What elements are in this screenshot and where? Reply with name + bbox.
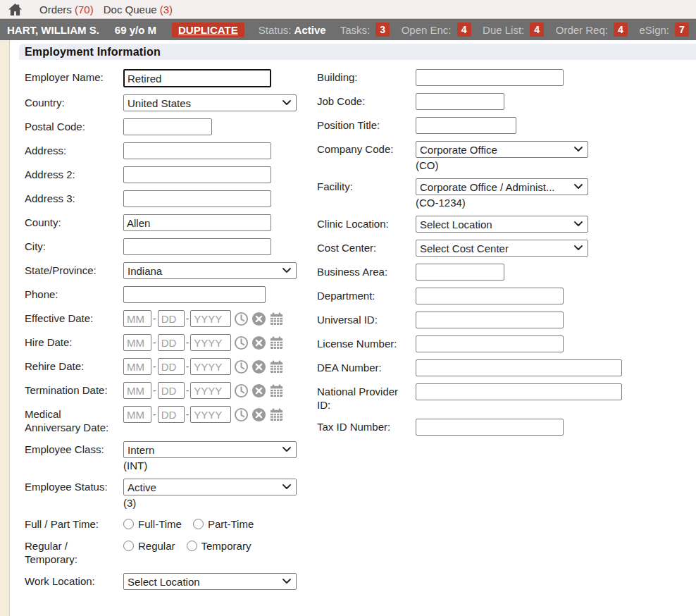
work-location-label: Work Location:: [25, 573, 123, 588]
dea-number-input[interactable]: [416, 359, 622, 376]
home-icon: [8, 3, 23, 16]
address2-input[interactable]: [123, 166, 271, 183]
field-address: Address:: [25, 142, 317, 159]
medical-anniversary-day-input[interactable]: [158, 406, 185, 423]
country-select[interactable]: United States: [123, 94, 297, 111]
clear-icon[interactable]: [251, 311, 266, 326]
order-req-label: Order Req:: [556, 24, 608, 36]
field-address3: Address 3:: [25, 190, 317, 207]
building-input[interactable]: [416, 69, 564, 86]
position-title-input[interactable]: [416, 117, 516, 134]
orders-link-label: Orders: [39, 4, 75, 16]
date-separator: -: [153, 409, 156, 420]
time-icon[interactable]: [233, 407, 249, 422]
calendar-icon[interactable]: [268, 311, 284, 326]
time-icon[interactable]: [233, 311, 249, 326]
full-time-radio[interactable]: [123, 519, 134, 529]
cost-center-select[interactable]: Select Cost Center: [416, 240, 588, 257]
job-code-input[interactable]: [416, 93, 504, 110]
form-column-right: Building: Job Code: Position Title: Comp…: [317, 69, 696, 597]
due-list-badge[interactable]: 4: [530, 23, 544, 37]
field-license-number: License Number:: [317, 335, 696, 352]
employer-name-input[interactable]: [123, 69, 271, 87]
effective-date-month-input[interactable]: [123, 310, 151, 327]
effective-date-day-input[interactable]: [158, 310, 185, 327]
esign-badge[interactable]: 7: [675, 23, 689, 37]
field-state-province: State/Province: Indiana: [25, 262, 317, 279]
employer-name-label: Employer Name:: [25, 69, 123, 84]
part-time-radio[interactable]: [193, 519, 204, 529]
regular-radio[interactable]: [123, 541, 134, 551]
business-area-input[interactable]: [416, 264, 504, 281]
field-full-part-time: Full / Part Time: Full-Time Part-Time: [25, 516, 317, 531]
counter-open-enc: Open Enc: 4: [402, 23, 471, 37]
employee-status-select[interactable]: Active: [123, 479, 297, 495]
field-medical-anniversary-date: Medical Anniversary Date: --: [25, 406, 317, 434]
medical-anniversary-year-input[interactable]: [190, 406, 231, 423]
time-icon[interactable]: [233, 335, 249, 350]
phone-input[interactable]: [123, 286, 266, 303]
license-number-input[interactable]: [416, 335, 564, 352]
rehire-date-year-input[interactable]: [190, 358, 231, 375]
calendar-icon[interactable]: [268, 335, 284, 350]
tax-id-number-input[interactable]: [416, 419, 564, 436]
field-department: Department:: [317, 288, 696, 304]
address3-input[interactable]: [123, 190, 271, 207]
county-input[interactable]: [123, 214, 271, 231]
clear-icon[interactable]: [251, 383, 266, 398]
top-navigation-bar: Orders (70) Doc Queue (3): [0, 0, 696, 19]
termination-date-day-input[interactable]: [158, 382, 185, 399]
open-enc-badge[interactable]: 4: [457, 23, 471, 37]
termination-date-month-input[interactable]: [123, 382, 151, 399]
rehire-date-day-input[interactable]: [158, 358, 185, 375]
state-province-select[interactable]: Indiana: [123, 262, 297, 279]
date-separator: -: [153, 313, 156, 324]
company-code-select[interactable]: Corporate Office: [416, 141, 588, 158]
order-req-badge[interactable]: 4: [614, 23, 628, 37]
facility-label: Facility:: [317, 178, 416, 193]
temporary-option-label: Temporary: [201, 540, 251, 552]
field-address2: Address 2:: [25, 166, 317, 183]
rehire-date-label: Rehire Date:: [25, 358, 123, 373]
hire-date-month-input[interactable]: [123, 334, 151, 351]
clear-icon[interactable]: [251, 335, 266, 350]
national-provider-id-label: National Provider ID:: [317, 383, 416, 412]
hire-date-day-input[interactable]: [158, 334, 185, 351]
home-button[interactable]: [7, 2, 23, 16]
tasks-badge[interactable]: 3: [375, 23, 390, 37]
field-national-provider-id: National Provider ID:: [317, 383, 696, 412]
temporary-radio[interactable]: [187, 541, 197, 551]
department-input[interactable]: [416, 288, 564, 304]
calendar-icon[interactable]: [268, 383, 284, 398]
national-provider-id-input[interactable]: [416, 383, 622, 400]
effective-date-year-input[interactable]: [190, 310, 231, 327]
medical-anniversary-date-label: Medical Anniversary Date:: [25, 406, 123, 434]
clear-icon[interactable]: [251, 407, 266, 422]
field-employer-name: Employer Name:: [25, 69, 317, 87]
clinic-location-select[interactable]: Select Location: [416, 216, 588, 233]
due-list-label: Due List:: [483, 24, 524, 36]
facility-select[interactable]: Corporate Office / Administ...: [416, 178, 588, 195]
time-icon[interactable]: [233, 359, 249, 374]
termination-date-year-input[interactable]: [190, 382, 231, 399]
postal-code-input[interactable]: [123, 118, 212, 135]
rehire-date-month-input[interactable]: [123, 358, 151, 375]
work-location-select[interactable]: Select Location: [123, 573, 297, 590]
universal-id-input[interactable]: [416, 312, 564, 328]
calendar-icon[interactable]: [268, 407, 284, 422]
field-building: Building:: [317, 69, 696, 86]
employee-class-select[interactable]: Intern: [123, 441, 297, 458]
section-title: Employment Information: [19, 46, 161, 58]
universal-id-label: Universal ID:: [317, 312, 416, 326]
clear-icon[interactable]: [251, 359, 266, 374]
calendar-icon[interactable]: [268, 359, 284, 374]
nav-link-orders[interactable]: Orders (70): [39, 4, 94, 16]
duplicate-button[interactable]: DUPLICATE: [172, 23, 244, 37]
hire-date-year-input[interactable]: [190, 334, 231, 351]
time-icon[interactable]: [233, 383, 249, 398]
nav-link-doc-queue[interactable]: Doc Queue (3): [104, 4, 173, 16]
field-business-area: Business Area:: [317, 264, 696, 281]
city-input[interactable]: [123, 238, 271, 255]
address-input[interactable]: [123, 142, 271, 159]
medical-anniversary-month-input[interactable]: [123, 406, 151, 423]
